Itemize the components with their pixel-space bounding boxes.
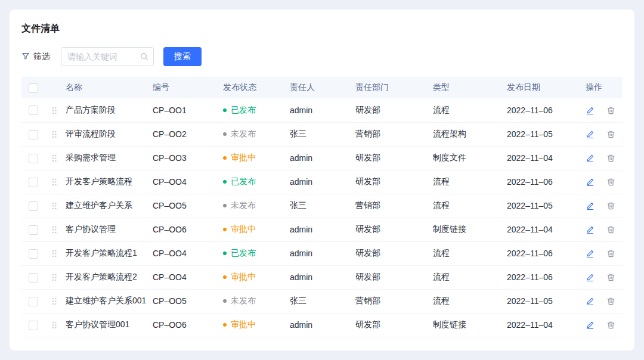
delete-icon[interactable] [606,106,615,115]
doc-type: 流程 [431,98,504,122]
table-row: 开发客户策略流程 CP–OO4 已发布 admin 研发部 流程 2022–11… [21,170,623,194]
doc-owner: admin [287,146,353,170]
doc-code: CP–OO4 [150,265,221,289]
delete-icon[interactable] [606,297,615,306]
delete-icon[interactable] [606,130,615,139]
row-checkbox[interactable] [29,130,38,139]
col-header-name: 名称 [63,77,150,98]
row-checkbox[interactable] [29,105,38,115]
table-row: 建立维护客户关系 CP–OO5 未发布 张三 营销部 流程 2022–11–05 [21,194,623,218]
drag-handle-icon[interactable] [51,154,57,163]
doc-code: CP–OO4 [150,170,221,194]
edit-icon[interactable] [586,201,595,210]
drag-handle-icon[interactable] [51,297,57,306]
doc-type: 制度链接 [431,313,504,337]
search-input[interactable] [61,47,154,66]
edit-icon[interactable] [586,178,595,187]
status-cell: 已发布 [221,98,287,122]
row-checkbox[interactable] [29,249,38,259]
doc-dept: 研发部 [353,98,431,122]
delete-icon[interactable] [606,201,615,210]
funnel-icon [21,52,30,62]
status-cell: 审批中 [221,218,287,241]
status-dot-icon [223,252,227,255]
delete-icon[interactable] [606,154,615,163]
doc-owner: admin [287,170,353,194]
row-checkbox[interactable] [29,297,38,306]
doc-owner: 张三 [287,122,353,146]
status-cell: 审批中 [221,313,287,337]
edit-icon[interactable] [586,249,595,258]
status-cell: 已发布 [221,241,287,265]
doc-owner: 张三 [287,194,353,218]
doc-date: 2022–11–06 [504,98,583,122]
delete-icon[interactable] [606,178,615,187]
status-cell: 审批中 [221,146,287,170]
doc-code: CP–OO6 [150,218,221,241]
drag-handle-icon[interactable] [51,201,57,210]
doc-owner: admin [287,313,353,337]
table-body: 产品方案阶段 CP–OO1 已发布 admin 研发部 流程 2022–11–0… [21,98,623,337]
doc-name: 建立维护客户关系 [63,194,150,218]
search-box [61,47,154,66]
edit-icon[interactable] [586,225,595,234]
page-title: 文件清单 [21,23,623,35]
filter-label: 筛选 [33,51,50,62]
search-button[interactable]: 搜索 [163,47,202,66]
delete-icon[interactable] [606,225,615,234]
delete-icon[interactable] [606,273,615,282]
status-cell: 未发布 [221,194,287,218]
col-header-code: 编号 [150,77,221,98]
doc-type: 流程 [431,289,504,313]
doc-date: 2022–11–05 [504,289,583,313]
filter-button[interactable]: 筛选 [21,51,50,62]
doc-name: 开发客户策略流程1 [63,241,150,265]
delete-icon[interactable] [606,321,615,330]
col-header-drag [45,77,63,98]
doc-dept: 研发部 [353,313,431,337]
status-cell: 审批中 [221,265,287,289]
drag-handle-icon[interactable] [51,130,57,139]
row-checkbox[interactable] [29,273,38,283]
status-cell: 已发布 [221,170,287,194]
table-row: 开发客户策略流程2 CP–OO4 审批中 admin 研发部 流程 2022–1… [21,265,623,289]
row-checkbox[interactable] [29,154,38,163]
doc-dept: 营销部 [353,194,431,218]
doc-name: 评审流程阶段 [63,122,150,146]
file-table: 名称 编号 发布状态 责任人 责任部门 类型 发布日期 操作 产品方案阶段 [21,77,623,337]
doc-dept: 研发部 [353,265,431,289]
col-header-date: 发布日期 [504,77,583,98]
delete-icon[interactable] [606,249,615,258]
drag-handle-icon[interactable] [51,178,57,187]
row-checkbox[interactable] [29,321,38,330]
edit-icon[interactable] [586,321,595,330]
edit-icon[interactable] [586,154,595,163]
status-label: 已发布 [231,176,256,187]
doc-code: CP–OO6 [150,313,221,337]
edit-icon[interactable] [586,130,595,139]
row-checkbox[interactable] [29,178,38,187]
row-checkbox[interactable] [29,225,38,235]
doc-name: 客户协议管理001 [63,313,150,337]
doc-owner: 张三 [287,289,353,313]
doc-type: 流程 [431,194,504,218]
doc-code: CP–OO1 [150,98,221,122]
row-checkbox[interactable] [29,201,38,211]
edit-icon[interactable] [586,106,595,115]
drag-handle-icon[interactable] [51,225,57,234]
edit-icon[interactable] [586,297,595,306]
col-header-owner: 责任人 [287,77,353,98]
drag-handle-icon[interactable] [51,249,57,258]
drag-handle-icon[interactable] [51,106,57,115]
edit-icon[interactable] [586,273,595,282]
doc-name: 产品方案阶段 [63,98,150,122]
status-dot-icon [223,299,227,303]
drag-handle-icon[interactable] [51,321,57,330]
doc-type: 流程 [431,170,504,194]
doc-dept: 研发部 [353,146,431,170]
status-dot-icon [223,228,227,231]
drag-handle-icon[interactable] [51,273,57,282]
select-all-checkbox[interactable] [29,83,38,93]
doc-date: 2022–11–04 [504,218,583,241]
status-label: 未发布 [231,129,256,139]
